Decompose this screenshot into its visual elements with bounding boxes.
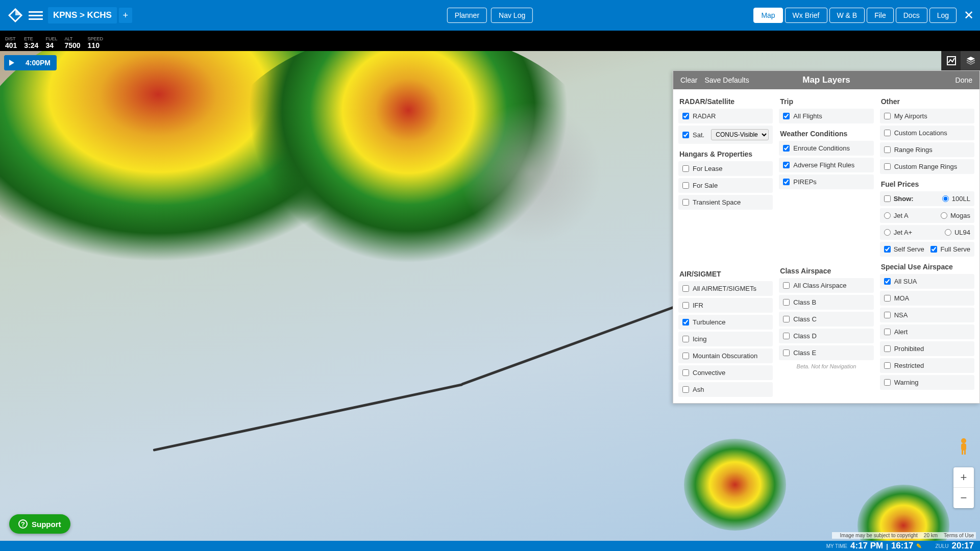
layer-range-rings[interactable]: Range Rings [880,142,974,157]
stat-fuel: FUEL34 [45,36,57,49]
map-canvas[interactable]: 4:00PM Clear Save Defaults Map Layers Do… [0,51,980,541]
navlog-button[interactable]: Nav Log [491,8,533,23]
tab-docs[interactable]: Docs [896,8,927,23]
panel-header: Clear Save Defaults Map Layers Done [673,71,979,89]
layer-moa[interactable]: MOA [880,291,974,306]
route-line [461,303,682,386]
group-trip: Trip [779,93,873,109]
layer-for-sale[interactable]: For Sale [678,178,773,193]
localtime-value: 16:17 [891,541,913,551]
layer-nsa[interactable]: NSA [880,308,974,322]
group-fuel-prices: Fuel Prices [880,176,974,191]
close-icon[interactable]: ✕ [964,8,974,22]
layer-custom-range-rings[interactable]: Custom Range Rings [880,159,974,174]
help-icon: ? [18,519,28,529]
zulu-label: ZULU [935,543,948,549]
stat-ete: ETE3:24 [24,36,38,49]
group-other: Other [880,93,974,109]
done-button[interactable]: Done [955,76,972,84]
layer-class-b[interactable]: Class B [779,295,873,310]
group-class-airspace: Class Airspace [779,263,873,278]
route-display[interactable]: KPNS > KCHS [48,7,117,23]
mytime-value: 4:17 PM [850,541,883,551]
tab-map[interactable]: Map [753,8,782,23]
tab-log[interactable]: Log [929,8,957,23]
fuel-row-4[interactable]: Self Serve Full Serve [880,242,974,257]
layer-enroute[interactable]: Enroute Conditions [779,141,873,156]
class-e-note: Beta. Not for Navigation [779,362,873,372]
zoom-controls: + − [953,467,974,508]
layer-ifr[interactable]: IFR [678,298,773,313]
layer-prohibited[interactable]: Prohibited [880,341,974,356]
layer-col-3: Other My Airports Custom Locations Range… [877,93,977,399]
zoom-out-button[interactable]: − [953,488,974,508]
layer-for-lease[interactable]: For Lease [678,161,773,176]
layers-icon[interactable] [961,51,980,70]
panel-title: Map Layers [802,75,850,85]
layer-custom-locations[interactable]: Custom Locations [880,126,974,140]
layer-convective[interactable]: Convective [678,365,773,380]
layer-all-class[interactable]: All Class Airspace [779,278,873,293]
layer-restricted[interactable]: Restricted [880,358,974,373]
layer-alert[interactable]: Alert [880,324,974,339]
fuel-row-3[interactable]: Jet A+ UL94 [880,225,974,240]
group-airsigmet: AIR/SIGMET [678,266,773,281]
layer-col-2: Trip All Flights Weather Conditions Enro… [776,93,876,399]
layer-mountain-obsc[interactable]: Mountain Obscuration [678,348,773,363]
map-attribution: Image may be subject to copyright20 kmTe… [832,532,976,539]
header-bar: KPNS > KCHS + Planner Nav Log Map Wx Bri… [0,0,980,31]
time-display: 4:00PM [19,55,57,70]
map-layers-panel: Clear Save Defaults Map Layers Done RADA… [673,70,980,404]
zulu-value: 20:17 [952,541,974,551]
layer-class-e[interactable]: Class E [779,345,873,360]
layer-all-airmet[interactable]: All AIRMET/SIGMETs [678,281,773,296]
footer-bar: MY TIME 4:17 PM | 16:17 ✎ ZULU 20:17 [0,541,980,551]
group-radar-satellite: RADAR/Satellite [678,93,773,109]
zoom-in-button[interactable]: + [953,467,974,488]
group-sua: Special Use Airspace [880,259,974,274]
layer-icing[interactable]: Icing [678,332,773,346]
svg-rect-8 [961,443,966,450]
layer-all-flights[interactable]: All Flights [779,109,873,123]
streetview-pegman-icon[interactable] [957,437,971,459]
layer-my-airports[interactable]: My Airports [880,109,974,123]
layer-turbulence[interactable]: Turbulence [678,315,773,330]
layer-sat[interactable]: Sat.CONUS-Visible [678,126,773,144]
layer-ash[interactable]: Ash [678,382,773,397]
layer-adverse[interactable]: Adverse Flight Rules [779,158,873,172]
route-line [153,383,462,452]
support-button[interactable]: ? Support [9,514,70,534]
menu-icon[interactable] [29,8,43,22]
tab-file[interactable]: File [867,8,894,23]
sat-select[interactable]: CONUS-Visible [711,129,769,140]
svg-rect-10 [964,449,966,455]
planner-button[interactable]: Planner [447,8,487,23]
svg-rect-9 [962,449,963,455]
play-icon[interactable] [4,55,19,70]
add-route-button[interactable]: + [119,8,132,23]
tab-wb[interactable]: W & B [829,8,865,23]
group-weather-cond: Weather Conditions [779,126,873,141]
mytime-label: MY TIME [826,543,847,549]
edit-time-icon[interactable]: ✎ [916,542,922,550]
time-scrubber[interactable]: 4:00PM [4,55,57,70]
save-defaults-button[interactable]: Save Defaults [704,76,749,84]
svg-marker-2 [15,8,22,15]
layer-all-sua[interactable]: All SUA [880,274,974,289]
layer-warning[interactable]: Warning [880,375,974,390]
layer-radar[interactable]: RADAR [678,109,773,123]
tab-wxbrief[interactable]: Wx Brief [785,8,827,23]
layer-col-1: RADAR/Satellite RADAR Sat.CONUS-Visible … [675,93,776,399]
fuel-row-2[interactable]: Jet A Mogas [880,208,974,223]
stat-dist: DIST401 [5,36,17,49]
layer-class-c[interactable]: Class C [779,312,873,327]
layer-pireps[interactable]: PIREPs [779,174,873,189]
clear-button[interactable]: Clear [680,76,697,84]
fuel-row-1[interactable]: Show: 100LL [880,191,974,206]
svg-marker-4 [967,57,975,61]
chart-tool-icon[interactable] [941,51,961,70]
app-logo[interactable] [6,6,24,24]
layer-transient[interactable]: Transient Space [678,195,773,210]
group-hangars: Hangars & Properties [678,146,773,161]
layer-class-d[interactable]: Class D [779,329,873,343]
